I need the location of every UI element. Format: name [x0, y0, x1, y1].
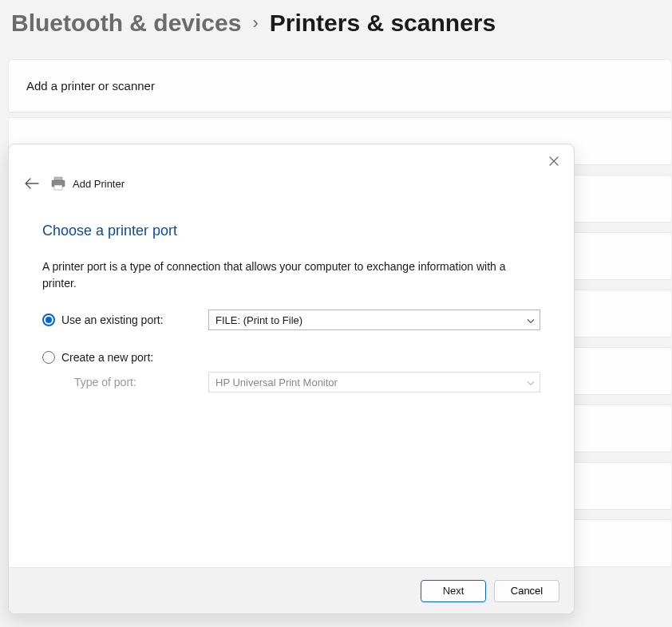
close-icon [549, 156, 559, 166]
option-existing-row: Use an existing port: FILE: (Print to Fi… [42, 310, 540, 330]
printer-icon [50, 175, 66, 191]
dialog-footer: Next Cancel [9, 567, 574, 613]
add-printer-dialog: Add Printer Choose a printer port A prin… [8, 144, 575, 614]
chevron-down-icon [527, 377, 535, 388]
next-button[interactable]: Next [421, 580, 486, 602]
dialog-title: Add Printer [73, 178, 125, 190]
chevron-down-icon [527, 314, 535, 326]
section-card: Add a printer or scanner [8, 59, 672, 112]
dialog-content: Choose a printer port A printer port is … [9, 200, 574, 567]
arrow-left-icon [25, 178, 39, 189]
port-type-label: Type of port: [42, 376, 208, 388]
existing-port-select[interactable]: FILE: (Print to File) [208, 310, 540, 330]
radio-new-port-label[interactable]: Create a new port: [61, 351, 153, 364]
close-button[interactable] [547, 154, 561, 168]
svg-rect-0 [54, 177, 62, 180]
port-type-row: Type of port: HP Universal Print Monitor [42, 372, 540, 392]
port-type-value: HP Universal Print Monitor [215, 377, 338, 388]
breadcrumb-current: Printers & scanners [270, 10, 496, 37]
radio-new-port[interactable] [42, 351, 55, 364]
breadcrumb-parent[interactable]: Bluetooth & devices [11, 10, 241, 37]
port-type-select: HP Universal Print Monitor [208, 372, 540, 392]
dialog-header: Add Printer [9, 144, 574, 200]
existing-port-value: FILE: (Print to File) [215, 314, 302, 326]
chevron-right-icon: › [252, 13, 258, 34]
wizard-description: A printer port is a type of connection t… [42, 258, 540, 292]
back-button[interactable] [23, 175, 41, 192]
breadcrumb: Bluetooth & devices › Printers & scanner… [0, 0, 672, 59]
section-title: Add a printer or scanner [26, 79, 654, 93]
radio-existing-port-label[interactable]: Use an existing port: [61, 314, 164, 326]
radio-existing-port[interactable] [42, 314, 55, 326]
svg-rect-2 [54, 185, 62, 190]
wizard-heading: Choose a printer port [42, 223, 540, 239]
option-new-row: Create a new port: [42, 351, 540, 364]
cancel-button[interactable]: Cancel [494, 580, 559, 602]
svg-point-3 [61, 182, 63, 183]
